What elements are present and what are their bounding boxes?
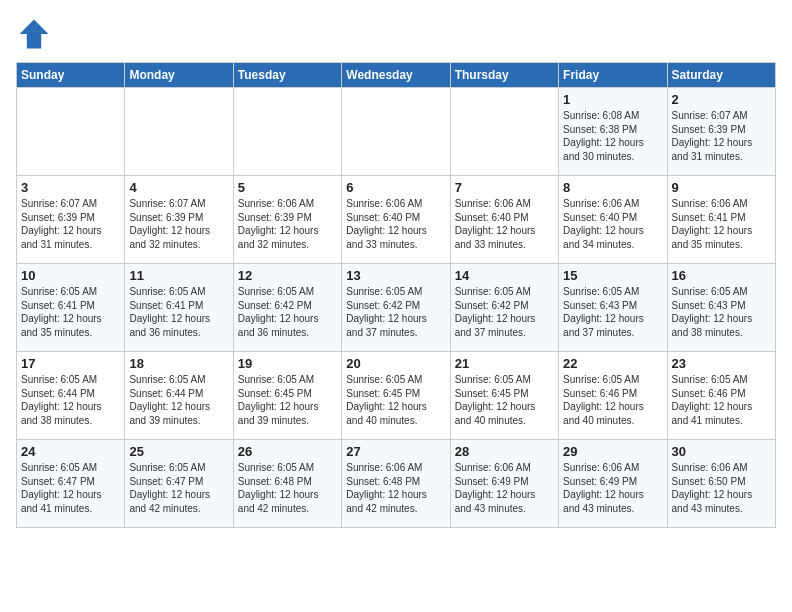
cell-detail: Sunrise: 6:07 AM Sunset: 6:39 PM Dayligh… (21, 197, 120, 251)
day-number: 29 (563, 444, 662, 459)
day-number: 5 (238, 180, 337, 195)
calendar-cell (17, 88, 125, 176)
cell-detail: Sunrise: 6:05 AM Sunset: 6:42 PM Dayligh… (455, 285, 554, 339)
calendar-cell: 27Sunrise: 6:06 AM Sunset: 6:48 PM Dayli… (342, 440, 450, 528)
logo (16, 16, 56, 52)
cell-detail: Sunrise: 6:05 AM Sunset: 6:45 PM Dayligh… (346, 373, 445, 427)
calendar-cell: 11Sunrise: 6:05 AM Sunset: 6:41 PM Dayli… (125, 264, 233, 352)
cell-detail: Sunrise: 6:05 AM Sunset: 6:45 PM Dayligh… (455, 373, 554, 427)
cell-detail: Sunrise: 6:05 AM Sunset: 6:41 PM Dayligh… (21, 285, 120, 339)
cell-detail: Sunrise: 6:05 AM Sunset: 6:41 PM Dayligh… (129, 285, 228, 339)
day-number: 21 (455, 356, 554, 371)
day-number: 12 (238, 268, 337, 283)
calendar-cell: 23Sunrise: 6:05 AM Sunset: 6:46 PM Dayli… (667, 352, 775, 440)
day-number: 9 (672, 180, 771, 195)
calendar-cell: 30Sunrise: 6:06 AM Sunset: 6:50 PM Dayli… (667, 440, 775, 528)
page-header (16, 16, 776, 52)
calendar-body: 1Sunrise: 6:08 AM Sunset: 6:38 PM Daylig… (17, 88, 776, 528)
day-number: 3 (21, 180, 120, 195)
day-number: 18 (129, 356, 228, 371)
day-number: 4 (129, 180, 228, 195)
calendar-cell: 1Sunrise: 6:08 AM Sunset: 6:38 PM Daylig… (559, 88, 667, 176)
cell-detail: Sunrise: 6:05 AM Sunset: 6:43 PM Dayligh… (672, 285, 771, 339)
cell-detail: Sunrise: 6:06 AM Sunset: 6:40 PM Dayligh… (563, 197, 662, 251)
calendar-cell (233, 88, 341, 176)
cell-detail: Sunrise: 6:08 AM Sunset: 6:38 PM Dayligh… (563, 109, 662, 163)
cell-detail: Sunrise: 6:06 AM Sunset: 6:48 PM Dayligh… (346, 461, 445, 515)
calendar-cell: 24Sunrise: 6:05 AM Sunset: 6:47 PM Dayli… (17, 440, 125, 528)
calendar-week-row: 3Sunrise: 6:07 AM Sunset: 6:39 PM Daylig… (17, 176, 776, 264)
day-number: 8 (563, 180, 662, 195)
day-number: 27 (346, 444, 445, 459)
calendar-week-row: 24Sunrise: 6:05 AM Sunset: 6:47 PM Dayli… (17, 440, 776, 528)
cell-detail: Sunrise: 6:05 AM Sunset: 6:45 PM Dayligh… (238, 373, 337, 427)
calendar-cell: 18Sunrise: 6:05 AM Sunset: 6:44 PM Dayli… (125, 352, 233, 440)
calendar-cell: 2Sunrise: 6:07 AM Sunset: 6:39 PM Daylig… (667, 88, 775, 176)
cell-detail: Sunrise: 6:05 AM Sunset: 6:46 PM Dayligh… (563, 373, 662, 427)
day-number: 17 (21, 356, 120, 371)
day-number: 24 (21, 444, 120, 459)
calendar-cell: 17Sunrise: 6:05 AM Sunset: 6:44 PM Dayli… (17, 352, 125, 440)
calendar-header-row: SundayMondayTuesdayWednesdayThursdayFrid… (17, 63, 776, 88)
calendar-cell: 5Sunrise: 6:06 AM Sunset: 6:39 PM Daylig… (233, 176, 341, 264)
cell-detail: Sunrise: 6:06 AM Sunset: 6:49 PM Dayligh… (455, 461, 554, 515)
calendar-cell: 25Sunrise: 6:05 AM Sunset: 6:47 PM Dayli… (125, 440, 233, 528)
day-number: 22 (563, 356, 662, 371)
svg-marker-0 (20, 20, 49, 49)
calendar-cell: 15Sunrise: 6:05 AM Sunset: 6:43 PM Dayli… (559, 264, 667, 352)
cell-detail: Sunrise: 6:05 AM Sunset: 6:46 PM Dayligh… (672, 373, 771, 427)
cell-detail: Sunrise: 6:06 AM Sunset: 6:39 PM Dayligh… (238, 197, 337, 251)
day-number: 10 (21, 268, 120, 283)
calendar-cell: 8Sunrise: 6:06 AM Sunset: 6:40 PM Daylig… (559, 176, 667, 264)
calendar-week-row: 10Sunrise: 6:05 AM Sunset: 6:41 PM Dayli… (17, 264, 776, 352)
calendar-day-header: Sunday (17, 63, 125, 88)
cell-detail: Sunrise: 6:05 AM Sunset: 6:48 PM Dayligh… (238, 461, 337, 515)
day-number: 2 (672, 92, 771, 107)
day-number: 26 (238, 444, 337, 459)
day-number: 7 (455, 180, 554, 195)
calendar-day-header: Tuesday (233, 63, 341, 88)
calendar-cell: 14Sunrise: 6:05 AM Sunset: 6:42 PM Dayli… (450, 264, 558, 352)
calendar-day-header: Monday (125, 63, 233, 88)
calendar-cell (125, 88, 233, 176)
logo-icon (16, 16, 52, 52)
calendar-cell: 9Sunrise: 6:06 AM Sunset: 6:41 PM Daylig… (667, 176, 775, 264)
calendar-day-header: Wednesday (342, 63, 450, 88)
calendar-cell: 7Sunrise: 6:06 AM Sunset: 6:40 PM Daylig… (450, 176, 558, 264)
day-number: 1 (563, 92, 662, 107)
calendar-day-header: Friday (559, 63, 667, 88)
day-number: 23 (672, 356, 771, 371)
cell-detail: Sunrise: 6:06 AM Sunset: 6:41 PM Dayligh… (672, 197, 771, 251)
cell-detail: Sunrise: 6:05 AM Sunset: 6:42 PM Dayligh… (346, 285, 445, 339)
calendar-cell: 29Sunrise: 6:06 AM Sunset: 6:49 PM Dayli… (559, 440, 667, 528)
day-number: 28 (455, 444, 554, 459)
cell-detail: Sunrise: 6:06 AM Sunset: 6:40 PM Dayligh… (455, 197, 554, 251)
calendar-cell: 10Sunrise: 6:05 AM Sunset: 6:41 PM Dayli… (17, 264, 125, 352)
cell-detail: Sunrise: 6:05 AM Sunset: 6:44 PM Dayligh… (129, 373, 228, 427)
calendar-cell: 21Sunrise: 6:05 AM Sunset: 6:45 PM Dayli… (450, 352, 558, 440)
calendar-cell: 28Sunrise: 6:06 AM Sunset: 6:49 PM Dayli… (450, 440, 558, 528)
cell-detail: Sunrise: 6:05 AM Sunset: 6:42 PM Dayligh… (238, 285, 337, 339)
day-number: 15 (563, 268, 662, 283)
calendar-week-row: 17Sunrise: 6:05 AM Sunset: 6:44 PM Dayli… (17, 352, 776, 440)
calendar-cell: 3Sunrise: 6:07 AM Sunset: 6:39 PM Daylig… (17, 176, 125, 264)
calendar-cell: 26Sunrise: 6:05 AM Sunset: 6:48 PM Dayli… (233, 440, 341, 528)
cell-detail: Sunrise: 6:05 AM Sunset: 6:43 PM Dayligh… (563, 285, 662, 339)
calendar-cell (342, 88, 450, 176)
calendar-cell: 20Sunrise: 6:05 AM Sunset: 6:45 PM Dayli… (342, 352, 450, 440)
day-number: 30 (672, 444, 771, 459)
calendar-table: SundayMondayTuesdayWednesdayThursdayFrid… (16, 62, 776, 528)
calendar-day-header: Saturday (667, 63, 775, 88)
cell-detail: Sunrise: 6:06 AM Sunset: 6:49 PM Dayligh… (563, 461, 662, 515)
cell-detail: Sunrise: 6:07 AM Sunset: 6:39 PM Dayligh… (129, 197, 228, 251)
day-number: 6 (346, 180, 445, 195)
cell-detail: Sunrise: 6:07 AM Sunset: 6:39 PM Dayligh… (672, 109, 771, 163)
cell-detail: Sunrise: 6:05 AM Sunset: 6:47 PM Dayligh… (129, 461, 228, 515)
cell-detail: Sunrise: 6:06 AM Sunset: 6:40 PM Dayligh… (346, 197, 445, 251)
day-number: 19 (238, 356, 337, 371)
calendar-cell: 12Sunrise: 6:05 AM Sunset: 6:42 PM Dayli… (233, 264, 341, 352)
calendar-cell (450, 88, 558, 176)
calendar-cell: 19Sunrise: 6:05 AM Sunset: 6:45 PM Dayli… (233, 352, 341, 440)
cell-detail: Sunrise: 6:06 AM Sunset: 6:50 PM Dayligh… (672, 461, 771, 515)
day-number: 14 (455, 268, 554, 283)
